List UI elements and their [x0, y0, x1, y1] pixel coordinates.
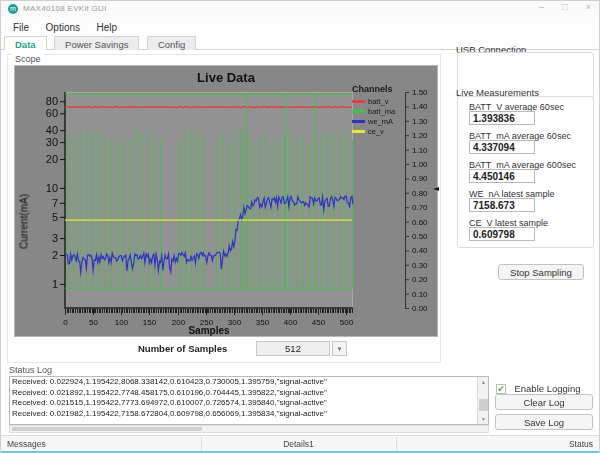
minimize-button[interactable]: – [539, 2, 544, 12]
ce-v-latest-value: 0.609798 [469, 227, 535, 241]
we-ma-swatch [352, 120, 365, 123]
number-of-samples-select[interactable]: 512 [256, 341, 330, 356]
legend-title: Channels [352, 84, 412, 94]
statusbar-separator [396, 437, 397, 451]
number-of-samples-label: Number of Samples [138, 343, 250, 354]
scroll-down-icon[interactable]: ▼ [478, 414, 489, 424]
maxim-logo-icon: m [8, 4, 18, 14]
chart-legend: Channels batt_v batt_ma we_mA ce_v [352, 84, 412, 136]
batt-v-avg60-value: 1.393836 [469, 111, 535, 125]
menu-options[interactable]: Options [46, 20, 80, 33]
batt-ma-avg60-value: 4.337094 [469, 140, 535, 154]
log-vertical-scrollbar[interactable]: ▲ ▼ [477, 377, 488, 424]
scope-group-label: Scope [12, 54, 44, 64]
menu-help[interactable]: Help [97, 20, 118, 33]
number-of-samples-arrow-icon[interactable]: ▾ [332, 341, 347, 356]
scroll-up-icon[interactable]: ▲ [478, 377, 489, 387]
status-log-label: Status Log [9, 365, 52, 375]
menu-file[interactable]: File [13, 20, 29, 33]
log-line: Received: 0.021515,1.195422,7773.694972,… [10, 398, 488, 409]
close-button[interactable]: × [586, 2, 591, 12]
chart-title: Live Data [15, 70, 437, 85]
enable-logging-label: Enable Logging [514, 383, 580, 394]
menu-bar: File Options Help [1, 17, 599, 33]
title-bar: m MAX40108 EVKit GUI – □ × [1, 1, 599, 17]
log-line: Received: 0.021982,1.195422,7158.672804,… [10, 409, 488, 420]
log-line: Received: 0.021892,1.195422,7748.458175,… [10, 388, 488, 399]
live-data-chart-panel: Live Data Current(mA) Samples Channels b… [14, 65, 438, 337]
batt-ma-swatch [352, 110, 365, 113]
tab-content: Scope Live Data Current(mA) Samples Chan… [1, 50, 599, 435]
legend-item-batt-ma: batt_ma [352, 106, 412, 116]
stop-sampling-button[interactable]: Stop Sampling [498, 264, 584, 280]
window-title: MAX40108 EVKit GUI [23, 4, 107, 13]
app-window: m MAX40108 EVKit GUI – □ × File Options … [0, 0, 600, 453]
statusbar-messages: Messages [7, 439, 46, 449]
ce-v-swatch [352, 130, 365, 133]
scope-group: Scope Live Data Current(mA) Samples Chan… [7, 54, 441, 363]
statusbar-status: Status [569, 439, 593, 449]
batt-ma-avg600-value: 4.450146 [469, 169, 535, 183]
status-log-textarea[interactable]: Received: 0.022924,1.195422,8068.338142,… [9, 376, 489, 425]
x-axis-title: Samples [65, 325, 353, 336]
y-axis-title: Current(mA) [19, 167, 30, 277]
batt-v-swatch [352, 100, 365, 103]
maximize-button[interactable]: □ [562, 2, 567, 12]
enable-logging-row: ✔ Enable Logging [496, 379, 581, 391]
legend-item-ce-v: ce_v [352, 126, 412, 136]
hscroll-thumb[interactable] [12, 427, 202, 431]
number-of-samples-row: Number of Samples 512 ▾ [8, 340, 442, 358]
enable-logging-checkbox[interactable]: ✔ [496, 384, 506, 394]
statusbar-details: Details1 [201, 439, 396, 449]
legend-item-batt-v: batt_v [352, 96, 412, 106]
scroll-thumb[interactable] [479, 399, 488, 411]
log-line: Received: 0.022924,1.195422,8068.338142,… [10, 377, 488, 388]
clear-log-button[interactable]: Clear Log [495, 394, 593, 410]
save-log-button[interactable]: Save Log [495, 414, 593, 430]
status-bar: Messages Details1 Status [1, 435, 599, 451]
we-na-latest-value: 7158.673 [469, 198, 535, 212]
log-horizontal-scrollbar[interactable] [9, 425, 489, 433]
legend-item-we-ma: we_mA [352, 116, 412, 126]
